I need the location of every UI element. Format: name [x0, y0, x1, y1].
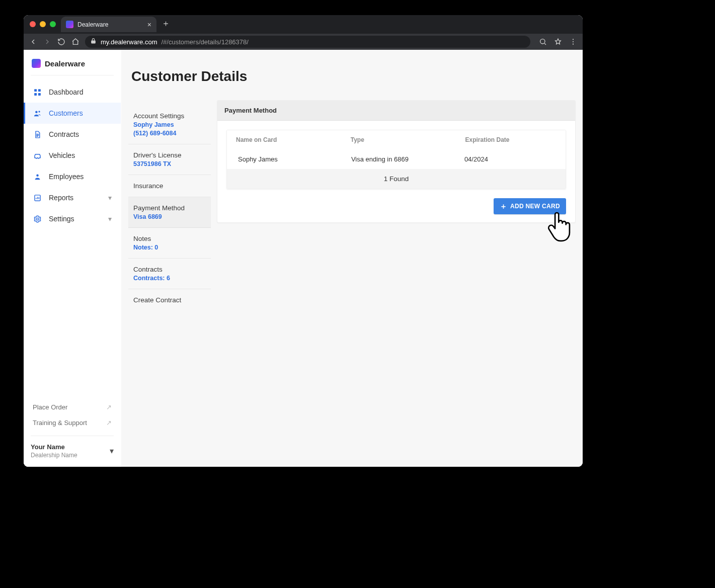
table-footer: 1 Found	[227, 169, 566, 189]
chevron-down-icon: ▾	[108, 215, 112, 223]
nav-customers[interactable]: Customers	[24, 103, 121, 124]
payment-summary: Visa 6869	[133, 213, 206, 220]
more-menu-icon[interactable]	[569, 37, 578, 46]
link-label: Training & Support	[33, 419, 87, 427]
new-tab-button[interactable]: ＋	[162, 18, 170, 31]
col-name-on-card: Name on Card	[236, 136, 346, 143]
results-count: 1 Found	[384, 175, 409, 183]
subnav-label: Insurance	[133, 182, 206, 190]
account-name: Your Name	[31, 443, 77, 451]
link-label: Place Order	[33, 403, 67, 411]
cards-table: Name on Card Type Expiration Date Sophy …	[226, 130, 566, 189]
nav-label: Reports	[49, 194, 73, 202]
subnav-label: Contracts	[133, 266, 206, 273]
browser-tab[interactable]: Dealerware ×	[61, 17, 156, 32]
cell-expiration: 04/2024	[464, 155, 554, 163]
svg-rect-6	[34, 93, 37, 95]
subnav-notes[interactable]: Notes Notes: 0	[128, 228, 211, 259]
close-window-icon[interactable]	[30, 21, 36, 27]
zoom-icon[interactable]	[538, 37, 547, 46]
contracts-count: Contracts: 6	[133, 275, 206, 282]
account-switcher[interactable]: Your Name Dealership Name ▾	[31, 436, 114, 459]
svg-point-9	[38, 111, 40, 112]
brand-name: Dealerware	[45, 59, 85, 68]
dealership-name: Dealership Name	[31, 452, 77, 459]
divider	[31, 75, 114, 75]
subnav-account-settings[interactable]: Account Settings Sophy James (512) 689-6…	[128, 105, 211, 144]
subnav-create-contract[interactable]: Create Contract	[128, 289, 211, 311]
svg-point-2	[573, 41, 574, 42]
close-tab-icon[interactable]: ×	[147, 21, 151, 29]
svg-rect-5	[38, 89, 40, 92]
add-new-card-button[interactable]: ＋ ADD NEW CARD	[494, 198, 566, 214]
reload-icon[interactable]	[57, 37, 66, 46]
dashboard-icon	[33, 88, 42, 97]
contracts-icon	[33, 130, 42, 139]
chevron-down-icon: ▾	[108, 194, 112, 202]
subnav-label: Account Settings	[133, 112, 206, 120]
url-input[interactable]: my.dealerware.com/#/customers/details/12…	[85, 36, 530, 48]
lock-icon	[90, 38, 97, 46]
svg-point-1	[573, 39, 574, 40]
customers-icon	[33, 109, 42, 118]
minimize-window-icon[interactable]	[40, 21, 46, 27]
main-content: Customer Details Account Settings Sophy …	[121, 50, 583, 467]
cell-name-on-card: Sophy James	[238, 155, 346, 163]
brand[interactable]: Dealerware	[24, 50, 121, 75]
external-link-icon: ↗	[106, 403, 112, 411]
subnav-payment-method[interactable]: Payment Method Visa 6869	[128, 197, 211, 228]
page-title: Customer Details	[121, 59, 583, 88]
app-root: Dealerware Dashboard Customers	[24, 50, 583, 467]
reports-icon	[33, 193, 42, 202]
subnav-insurance[interactable]: Insurance	[128, 175, 211, 197]
panel-title: Payment Method	[217, 101, 575, 121]
customer-phone: (512) 689-6084	[133, 130, 206, 137]
brand-logo-icon	[32, 59, 41, 68]
table-row[interactable]: Sophy James Visa ending in 6869 04/2024	[227, 149, 566, 169]
payment-method-panel: Payment Method Name on Card Type Expirat…	[217, 100, 576, 223]
tab-favicon-icon	[66, 21, 73, 28]
svg-rect-4	[34, 89, 37, 92]
customer-subnav: Account Settings Sophy James (512) 689-6…	[123, 100, 211, 311]
chevron-down-icon: ▾	[110, 446, 114, 456]
table-header-row: Name on Card Type Expiration Date	[227, 130, 566, 149]
col-expiration: Expiration Date	[465, 136, 557, 143]
subnav-drivers-license[interactable]: Driver's License 53751986 TX	[128, 144, 211, 175]
url-host: my.dealerware.com	[101, 38, 157, 46]
button-label: ADD NEW CARD	[510, 203, 560, 210]
nav-vehicles[interactable]: Vehicles	[24, 145, 121, 166]
nav-reports[interactable]: Reports ▾	[24, 187, 121, 208]
notes-count: Notes: 0	[133, 244, 206, 251]
subnav-label: Payment Method	[133, 204, 206, 212]
home-icon[interactable]	[71, 37, 80, 46]
svg-rect-7	[38, 93, 40, 95]
nav-label: Contracts	[49, 130, 79, 138]
svg-point-10	[36, 174, 39, 177]
browser-address-bar: my.dealerware.com/#/customers/details/12…	[24, 34, 583, 50]
col-type: Type	[351, 136, 460, 143]
sidebar: Dealerware Dashboard Customers	[24, 50, 121, 467]
vehicles-icon	[33, 151, 42, 160]
bookmark-star-icon[interactable]	[553, 37, 563, 46]
nav-label: Dashboard	[49, 88, 84, 96]
nav-contracts[interactable]: Contracts	[24, 124, 121, 145]
nav-employees[interactable]: Employees	[24, 166, 121, 187]
url-path: /#/customers/details/1286378/	[161, 38, 248, 46]
back-icon[interactable]	[29, 37, 38, 46]
svg-point-3	[573, 44, 574, 45]
gear-icon	[33, 214, 42, 223]
nav-label: Customers	[49, 109, 83, 117]
svg-point-8	[35, 111, 38, 113]
employees-icon	[33, 172, 42, 181]
window-controls[interactable]	[30, 21, 56, 27]
primary-nav: Dashboard Customers Contracts	[24, 78, 121, 229]
training-support-link[interactable]: Training & Support ↗	[24, 415, 121, 431]
nav-settings[interactable]: Settings ▾	[24, 208, 121, 229]
nav-dashboard[interactable]: Dashboard	[24, 81, 121, 103]
fullscreen-window-icon[interactable]	[50, 21, 56, 27]
svg-point-12	[36, 218, 38, 220]
external-link-icon: ↗	[106, 419, 112, 427]
nav-label: Employees	[49, 173, 84, 181]
place-order-link[interactable]: Place Order ↗	[24, 399, 121, 415]
subnav-contracts[interactable]: Contracts Contracts: 6	[128, 259, 211, 289]
